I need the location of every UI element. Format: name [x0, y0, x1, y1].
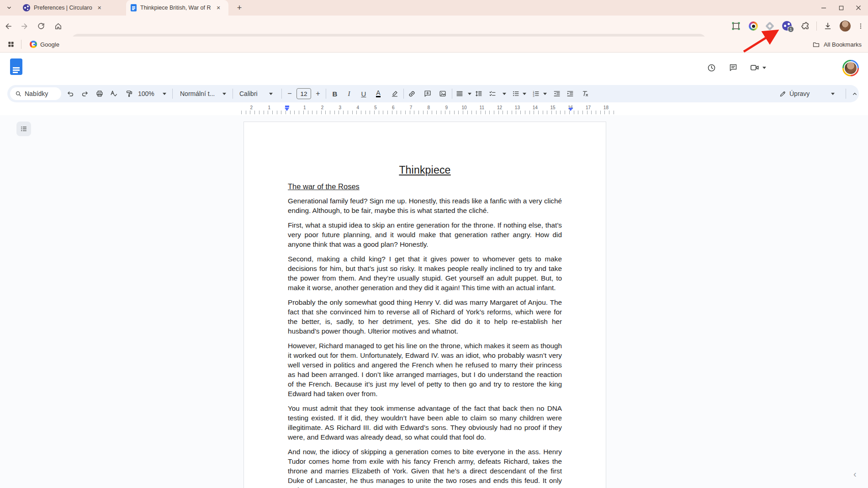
forward-button[interactable] [20, 21, 29, 31]
version-history-button[interactable] [705, 61, 718, 74]
toolbar-separator [403, 89, 404, 99]
tab-docs[interactable]: Thinkpiece British, War of Roses ✕ [126, 0, 228, 16]
doc-paragraph: Probably the only somewhat good thing He… [288, 297, 562, 336]
side-panel-collapse-chevron[interactable]: ‹ [853, 469, 857, 479]
font-caret[interactable] [265, 87, 276, 100]
clear-formatting-button[interactable] [580, 87, 591, 100]
screenshot-extension-icon[interactable] [731, 21, 741, 31]
font-value: Calibri [239, 90, 258, 97]
toolbar-separator [452, 89, 452, 99]
collapse-toolbar-button[interactable] [849, 87, 860, 100]
ruler-ticks [241, 111, 614, 114]
bookmark-google[interactable]: Google [26, 39, 63, 49]
checklist-caret[interactable] [499, 87, 510, 100]
videocam-icon [750, 63, 760, 73]
underline-button[interactable]: U [358, 87, 369, 100]
grey-extension-icon[interactable] [765, 21, 774, 31]
align-button[interactable] [454, 87, 465, 100]
font-size-input[interactable]: 12 [296, 88, 311, 99]
chevron-down-icon [5, 4, 13, 11]
circularo-extension-icon[interactable]: 1 [782, 21, 792, 31]
redo-button[interactable] [79, 87, 90, 100]
checklist-button[interactable] [487, 87, 498, 100]
doc-paragraph: And now, the idiocy of skipping a genera… [288, 447, 562, 488]
browser-toolbar: docs.google.com/document/d/1ATKyIOjTUP1m… [0, 16, 868, 37]
profile-avatar[interactable] [840, 21, 851, 32]
numbered-list-caret[interactable] [540, 87, 550, 100]
tab-search-button[interactable] [4, 2, 15, 13]
undo-button[interactable] [65, 87, 76, 100]
ruler-number: 2 [250, 105, 253, 110]
insert-link-button[interactable] [406, 87, 417, 100]
editing-mode-control[interactable]: Úpravy [789, 87, 810, 100]
show-outline-button[interactable] [16, 122, 31, 136]
left-indent-marker[interactable] [285, 108, 289, 111]
document-page[interactable]: Thinkpiece The war of the Roses Generati… [243, 122, 606, 488]
bold-button[interactable]: B [329, 87, 340, 100]
account-avatar[interactable] [842, 60, 859, 76]
maximize-button[interactable] [834, 1, 848, 15]
tab-close-icon[interactable]: ✕ [215, 4, 222, 11]
first-line-indent-marker[interactable] [285, 106, 289, 107]
decrease-font-size-button[interactable]: − [284, 87, 295, 100]
ruler-number: 9 [445, 105, 448, 110]
mode-label: Úpravy [789, 90, 810, 97]
horizontal-ruler[interactable]: 21123456789101112131415161718 [0, 104, 868, 115]
text-color-button[interactable]: A [373, 87, 384, 100]
doc-paragraph: You must admit that they took immense ad… [288, 403, 562, 442]
styles-caret[interactable] [219, 87, 230, 100]
doc-paragraph: First, what a stupid idea to skip an ent… [288, 220, 562, 249]
new-tab-button[interactable]: + [234, 2, 245, 13]
italic-button[interactable]: I [344, 87, 355, 100]
close-window-button[interactable] [852, 1, 865, 15]
back-button[interactable] [4, 21, 13, 31]
editing-mode-pencil-icon [777, 87, 788, 100]
bulleted-list-caret[interactable] [519, 87, 530, 100]
docs-toolbar: Nabídky 100% Normální t... Calibri − 12 … [7, 85, 859, 102]
extensions-puzzle-icon[interactable] [800, 21, 810, 31]
search-menus-button[interactable]: Nabídky [10, 87, 61, 100]
ruler-number: 17 [586, 105, 591, 110]
bookmarks-bar: Google All Bookmarks [0, 37, 868, 53]
downloads-button[interactable] [823, 21, 833, 31]
styles-control[interactable]: Normální t... [180, 87, 215, 100]
ruler-number: 3 [339, 105, 342, 110]
line-spacing-button[interactable] [473, 87, 484, 100]
docs-header: Thinkpiece British, War of Roses .DOCX S… [0, 53, 868, 85]
add-comment-button[interactable] [422, 87, 433, 100]
browser-menu-kebab[interactable] [856, 21, 865, 31]
ruler-number: 10 [461, 105, 466, 110]
highlight-color-button[interactable] [389, 87, 400, 100]
mode-caret[interactable] [827, 87, 838, 100]
font-control[interactable]: Calibri [239, 87, 258, 100]
folder-icon [812, 41, 820, 48]
paint-format-button[interactable] [124, 87, 135, 100]
reload-button[interactable] [37, 21, 46, 31]
toolbar-separator [846, 89, 846, 99]
tab-close-icon[interactable]: ✕ [96, 4, 103, 11]
insert-image-button[interactable] [437, 87, 448, 100]
zoom-caret[interactable] [159, 87, 170, 100]
right-indent-marker[interactable] [568, 108, 573, 111]
decrease-indent-button[interactable] [551, 87, 562, 100]
doc-paragraphs: Generational family feud? Sign me up. Ho… [288, 196, 562, 488]
minimize-button[interactable] [817, 1, 831, 15]
circularo-favicon [23, 4, 30, 11]
meet-video-button[interactable] [750, 61, 766, 74]
home-button[interactable] [53, 21, 63, 31]
zoom-control[interactable]: 100% [138, 87, 154, 100]
spellcheck-button[interactable] [108, 87, 119, 100]
comments-button[interactable] [727, 61, 740, 74]
google-docs-logo[interactable] [10, 58, 22, 75]
increase-font-size-button[interactable]: + [312, 87, 323, 100]
lens-extension-icon[interactable] [749, 21, 758, 31]
tab-circularo[interactable]: Preferences | Circularo ✕ [18, 0, 122, 16]
menus-label: Nabídky [25, 90, 48, 97]
extension-badge: 1 [788, 26, 794, 32]
print-button[interactable] [94, 87, 105, 100]
apps-grid-icon[interactable] [5, 39, 16, 50]
ruler-number: 1 [268, 105, 270, 110]
all-bookmarks-button[interactable]: All Bookmarks [812, 41, 862, 48]
increase-indent-button[interactable] [565, 87, 576, 100]
google-docs-favicon [131, 4, 137, 11]
